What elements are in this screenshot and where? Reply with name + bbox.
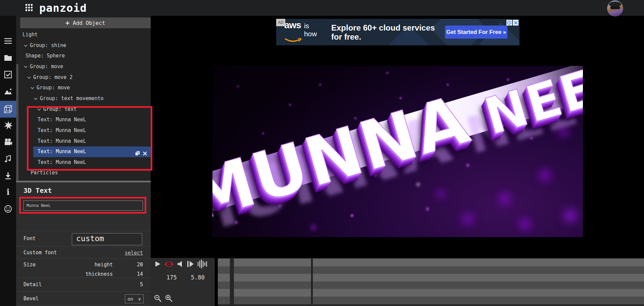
transport-bar: 175 5.80 bbox=[151, 258, 215, 306]
checkbox-icon bbox=[4, 70, 12, 79]
user-avatar[interactable] bbox=[607, 0, 623, 16]
chevron-down-icon bbox=[31, 83, 34, 93]
tree-item-label: Group: move 2 bbox=[33, 74, 72, 80]
tree-item[interactable]: Group: move bbox=[16, 83, 151, 93]
timeline-marker[interactable] bbox=[311, 259, 313, 304]
video-camera-icon bbox=[4, 138, 12, 146]
timeline[interactable] bbox=[218, 258, 644, 306]
tree-item-label: Text: Munna NeeL bbox=[38, 159, 86, 165]
download-icon bbox=[4, 171, 12, 180]
detail-row: Detail 5 bbox=[16, 277, 151, 291]
zoom-in-icon[interactable] bbox=[165, 294, 174, 304]
step-forward-button[interactable] bbox=[187, 260, 194, 268]
smiley-icon bbox=[4, 205, 12, 213]
rail-item-feedback[interactable] bbox=[0, 201, 16, 217]
objects-panel: + Add Object LightGroup: shineShape: Sph… bbox=[16, 16, 151, 306]
tree-item-label: Particles bbox=[31, 170, 58, 176]
starburst-icon bbox=[4, 121, 13, 130]
rail-item-camera[interactable] bbox=[0, 134, 16, 150]
play-button[interactable] bbox=[154, 261, 161, 267]
adchoices-icon[interactable] bbox=[506, 20, 512, 26]
tree-item[interactable]: Text: Munna NeeL bbox=[16, 157, 151, 168]
tree-item-label: Group: text movemento bbox=[40, 95, 104, 101]
font-row: Font custom bbox=[16, 231, 151, 246]
apps-grid-icon[interactable] bbox=[26, 4, 27, 6]
tree-item[interactable]: Text: Munna NeeL bbox=[33, 146, 151, 157]
duplicate-icon[interactable] bbox=[135, 149, 140, 154]
object-tree: LightGroup: shineShape: SphereGroup: mov… bbox=[16, 30, 151, 196]
preview-viewport[interactable]: MUNNANEEL MUNNANEEL bbox=[212, 47, 583, 255]
tree-item-label: Text: Munna NeeL bbox=[38, 117, 86, 123]
preview-eye-button[interactable] bbox=[164, 261, 174, 268]
bevel-row: Bevel on ∨ bbox=[16, 291, 151, 305]
tree-item[interactable]: Group: text bbox=[16, 104, 151, 115]
image-icon bbox=[4, 87, 12, 96]
cube-icon bbox=[3, 104, 13, 114]
ad-cta-button[interactable]: Get Started For Free » bbox=[445, 26, 507, 39]
bevel-dropdown[interactable]: on ∨ bbox=[125, 294, 144, 303]
rail-item-audio[interactable] bbox=[0, 150, 16, 167]
music-note-icon bbox=[4, 155, 12, 163]
app-logo: panzoid bbox=[39, 2, 87, 14]
volume-icon[interactable] bbox=[177, 261, 184, 267]
tree-item[interactable]: Group: text movemento bbox=[16, 93, 151, 104]
rail-item-info[interactable]: i bbox=[0, 184, 16, 201]
rail-item-download[interactable] bbox=[0, 167, 16, 184]
size-thickness-value[interactable]: 14 bbox=[137, 271, 143, 277]
tree-item[interactable]: Light bbox=[16, 30, 151, 40]
add-object-button[interactable]: + Add Object bbox=[20, 17, 151, 28]
tree-item-label: Light bbox=[22, 32, 38, 38]
tree-item-label: Text: Munna NeeL bbox=[38, 148, 86, 155]
ad-controls bbox=[506, 20, 518, 26]
zoom-out-icon[interactable] bbox=[154, 294, 162, 304]
tree-item-label: Group: move bbox=[30, 63, 63, 70]
plus-icon: + bbox=[66, 20, 69, 26]
tree-item-label: Text: Munna NeeL bbox=[38, 127, 86, 133]
custom-font-select-link[interactable]: select bbox=[125, 250, 143, 256]
chevron-down-icon bbox=[27, 72, 31, 83]
text-value-input[interactable] bbox=[23, 201, 143, 211]
chevron-down-icon: ∨ bbox=[138, 296, 141, 302]
info-icon: i bbox=[4, 188, 12, 196]
ad-banner[interactable]: AD aws is how Explore 60+ cloud services… bbox=[276, 19, 519, 45]
tree-item[interactable]: Shape: Sphere bbox=[16, 51, 151, 61]
size-height-value[interactable]: 20 bbox=[137, 262, 143, 268]
detail-value[interactable]: 5 bbox=[140, 281, 143, 288]
ad-close-icon[interactable] bbox=[513, 20, 518, 26]
delete-icon[interactable] bbox=[143, 149, 148, 154]
rail-item-tasks[interactable] bbox=[0, 66, 16, 83]
svg-text:i: i bbox=[6, 188, 9, 196]
icon-rail: i bbox=[0, 16, 16, 306]
frame-counter: 175 bbox=[166, 274, 177, 281]
properties-panel: 3D Text Font custom Custom font select S… bbox=[16, 181, 151, 306]
rail-item-effects[interactable] bbox=[0, 117, 16, 134]
tree-item-label: Shape: Sphere bbox=[26, 53, 65, 59]
rail-item-menu[interactable] bbox=[0, 33, 16, 49]
aws-logo: aws is how bbox=[284, 20, 324, 44]
chevron-down-icon bbox=[34, 93, 38, 104]
tree-item[interactable]: Text: Munna NeeL bbox=[16, 125, 151, 136]
ad-headline: Explore 60+ cloud services for free. bbox=[331, 23, 435, 41]
rail-item-images[interactable] bbox=[0, 83, 16, 100]
rail-item-projects[interactable] bbox=[0, 49, 16, 66]
properties-title: 3D Text bbox=[23, 186, 52, 194]
panel-divider[interactable] bbox=[16, 181, 151, 182]
tree-item[interactable]: Group: move 2 bbox=[16, 72, 151, 83]
waveform-icon[interactable] bbox=[197, 260, 207, 268]
chevron-down-icon bbox=[24, 40, 28, 51]
chevron-down-icon bbox=[37, 104, 41, 115]
aws-smile-icon bbox=[284, 38, 302, 43]
font-select[interactable]: custom bbox=[72, 233, 142, 245]
timeline-tracks[interactable] bbox=[234, 259, 644, 304]
rail-item-objects[interactable] bbox=[0, 101, 16, 118]
tree-item[interactable]: Particles bbox=[16, 168, 151, 178]
timeline-track-header[interactable] bbox=[218, 259, 230, 304]
preview-scene: MUNNANEEL MUNNANEEL bbox=[212, 66, 583, 237]
tree-item-label: Group: shine bbox=[30, 42, 66, 48]
tree-item-label: Group: move bbox=[37, 85, 70, 91]
tree-item[interactable]: Text: Munna NeeL bbox=[16, 136, 151, 147]
tree-item[interactable]: Group: shine bbox=[16, 40, 151, 51]
tree-item[interactable]: Group: move bbox=[16, 61, 151, 72]
tree-item[interactable]: Text: Munna NeeL bbox=[16, 115, 151, 125]
tree-item-label: Group: text bbox=[43, 106, 77, 112]
